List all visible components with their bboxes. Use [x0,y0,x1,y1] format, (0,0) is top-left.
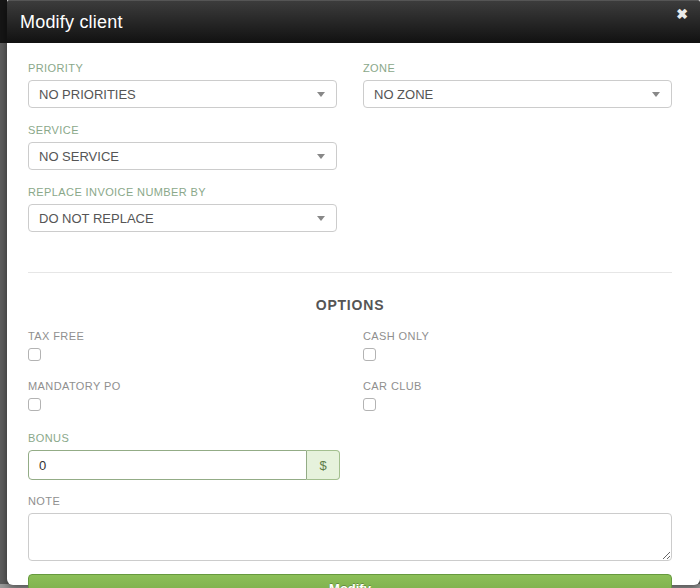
close-icon[interactable]: ✖ [676,5,688,23]
mandatory-po-option: MANDATORY PO [28,380,337,411]
car-club-option: CAR CLUB [363,380,672,411]
priority-field: PRIORITY NO PRIORITIES [28,62,337,108]
tax-free-option: TAX FREE [28,330,337,361]
modify-client-modal: Modify client ✖ PRIORITY NO PRIORITIES Z… [7,0,700,585]
modify-button[interactable]: Modify [28,574,672,588]
note-field: NOTE [28,495,672,561]
service-field: SERVICE NO SERVICE [28,124,337,170]
note-label: NOTE [28,495,672,507]
chevron-down-icon [317,216,325,221]
service-select[interactable]: NO SERVICE [28,142,337,170]
modal-title: Modify client [20,12,123,33]
tax-free-label: TAX FREE [28,330,337,342]
service-selected-value: NO SERVICE [39,149,119,164]
car-club-label: CAR CLUB [363,380,672,392]
car-club-checkbox[interactable] [363,398,376,411]
section-divider [28,272,672,273]
page-backdrop: Modify client ✖ PRIORITY NO PRIORITIES Z… [0,0,700,588]
bonus-input-group: $ [28,450,340,480]
spacer [363,124,672,186]
chevron-down-icon [317,92,325,97]
options-heading: OPTIONS [28,297,672,313]
modal-header: Modify client ✖ [7,0,700,43]
zone-label: ZONE [363,62,672,74]
mandatory-po-label: MANDATORY PO [28,380,337,392]
zone-selected-value: NO ZONE [374,87,433,102]
replace-invoice-label: REPLACE INVOICE NUMBER BY [28,186,337,198]
bonus-input[interactable] [28,450,307,480]
dollar-addon: $ [307,450,340,480]
backdrop-top-strip [0,0,7,43]
zone-field: ZONE NO ZONE [363,62,672,108]
replace-invoice-select[interactable]: DO NOT REPLACE [28,204,337,232]
note-textarea[interactable] [28,513,672,561]
zone-select[interactable]: NO ZONE [363,80,672,108]
tax-free-checkbox[interactable] [28,348,41,361]
bonus-field: BONUS $ [28,432,340,480]
replace-invoice-selected-value: DO NOT REPLACE [39,211,154,226]
modal-body: PRIORITY NO PRIORITIES ZONE NO ZONE [7,43,700,588]
chevron-down-icon [317,154,325,159]
priority-selected-value: NO PRIORITIES [39,87,136,102]
cash-only-checkbox[interactable] [363,348,376,361]
mandatory-po-checkbox[interactable] [28,398,41,411]
priority-label: PRIORITY [28,62,337,74]
cash-only-label: CASH ONLY [363,330,672,342]
priority-select[interactable]: NO PRIORITIES [28,80,337,108]
cash-only-option: CASH ONLY [363,330,672,361]
bonus-label: BONUS [28,432,340,444]
spacer [363,186,672,248]
chevron-down-icon [652,92,660,97]
service-label: SERVICE [28,124,337,136]
replace-invoice-field: REPLACE INVOICE NUMBER BY DO NOT REPLACE [28,186,337,232]
